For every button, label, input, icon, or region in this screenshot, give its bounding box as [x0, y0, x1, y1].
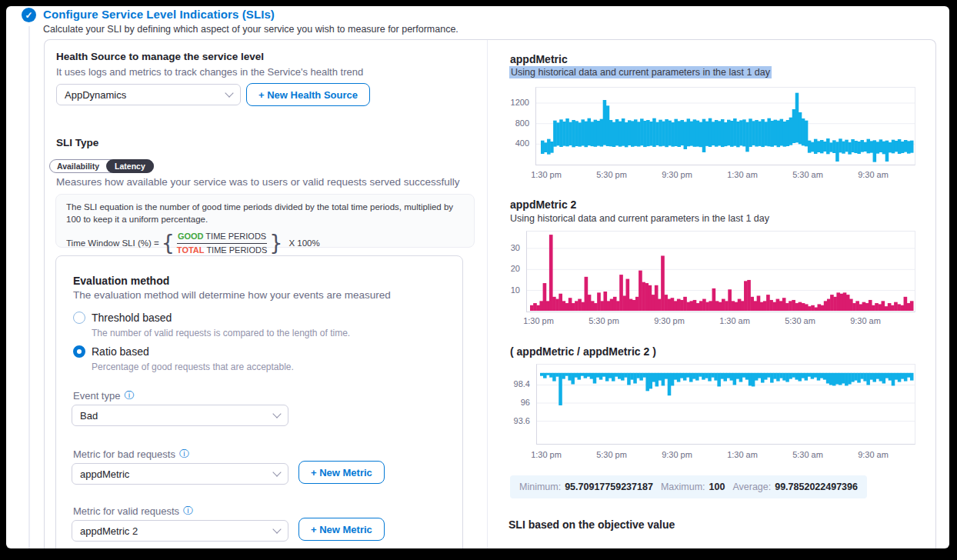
- radio-threshold-based[interactable]: [73, 312, 85, 324]
- x-axis-label: 5:30 pm: [581, 450, 642, 459]
- page-subtitle: Calculate your SLI by defining which asp…: [43, 24, 458, 35]
- brace-left: {: [162, 232, 175, 254]
- sli-type-label: SLI Type: [56, 137, 98, 148]
- stats-bar: Minimum: 95.70917759237187 Maximum: 100 …: [510, 475, 867, 498]
- chart-title-appdmetric: appdMetric: [510, 53, 568, 65]
- chevron-down-icon: [272, 525, 281, 533]
- chart-plot-appdMetric: [535, 87, 915, 165]
- metric-valid-label: Metric for valid requests ⓘ: [73, 505, 193, 517]
- metric-valid-label-text: Metric for valid requests: [73, 505, 179, 517]
- evaluation-method-box: Evaluation method The evaluation method …: [55, 255, 463, 548]
- x-axis-label: 1:30 pm: [515, 170, 577, 179]
- event-type-label: Event type ⓘ: [73, 390, 134, 402]
- metric-bad-select[interactable]: appdMetric: [72, 463, 288, 485]
- sli-type-description: Measures how available your service was …: [56, 176, 459, 188]
- denominator-rest: TIME PERIODS: [206, 245, 267, 255]
- sli-equation-text: The SLI equation is the number of good t…: [66, 201, 464, 225]
- event-type-label-text: Event type: [73, 390, 120, 402]
- formula-prefix: Time Window SLI (%) =: [66, 237, 159, 249]
- chevron-down-icon: [225, 88, 233, 97]
- info-icon[interactable]: ⓘ: [179, 449, 189, 459]
- y-axis-label: 20: [486, 264, 520, 273]
- radio-ratio-label[interactable]: Ratio based: [92, 345, 149, 358]
- x-axis-label: 9:30 pm: [646, 170, 708, 179]
- health-source-label: Health Source to manage the service leve…: [56, 51, 264, 62]
- metric-bad-label: Metric for bad requests ⓘ: [73, 448, 188, 460]
- y-axis-label: 98.4: [496, 379, 530, 388]
- radio-threshold-label[interactable]: Threshold based: [92, 312, 172, 324]
- average-value: 99.7852022497396: [775, 482, 858, 492]
- chevron-down-icon: [272, 468, 281, 476]
- event-type-select[interactable]: Bad: [72, 405, 288, 426]
- x-axis-label: 1:30 pm: [515, 450, 577, 459]
- objective-heading: SLI based on the objective value: [509, 518, 675, 531]
- numerator-rest: TIME PERIODS: [205, 232, 266, 241]
- metric-valid-select-value: appdMetric 2: [80, 525, 138, 537]
- sli-type-option-latency[interactable]: Latency: [106, 159, 154, 173]
- sli-equation-formula: Time Window SLI (%) = { GOOD TIME PERIOD…: [66, 230, 464, 256]
- page: ✓ Configure Service Level Indicatiors (S…: [6, 6, 949, 548]
- step-check-icon: ✓: [22, 8, 36, 22]
- screenshot-frame: ✓ Configure Service Level Indicatiors (S…: [0, 0, 957, 560]
- event-type-select-value: Bad: [80, 410, 98, 422]
- y-axis-label: 1200: [495, 98, 529, 107]
- maximum-value: 100: [709, 482, 725, 492]
- radio-ratio-based[interactable]: [73, 345, 85, 358]
- info-icon[interactable]: ⓘ: [183, 506, 193, 516]
- sli-equation-box: The SLI equation is the number of good t…: [55, 194, 475, 248]
- health-source-select[interactable]: AppDynamics: [56, 84, 241, 105]
- x-axis-label: 5:30 pm: [573, 316, 635, 325]
- y-axis-label: 10: [486, 285, 520, 295]
- evaluation-method-description: The evaluation method will determine how…: [73, 289, 391, 301]
- sli-type-option-availability[interactable]: Availability: [50, 162, 106, 171]
- health-source-select-value: AppDynamics: [65, 89, 126, 101]
- y-axis-label: 96: [496, 398, 530, 407]
- x-axis-label: 9:30 am: [835, 316, 896, 325]
- new-metric-button-valid[interactable]: + New Metric: [298, 518, 385, 541]
- minimum-value: 95.70917759237187: [565, 482, 653, 492]
- x-axis-label: 5:30 am: [777, 170, 839, 179]
- chart-subtitle-appdmetric: Using historical data and current parame…: [509, 67, 772, 78]
- metric-bad-select-value: appdMetric: [80, 468, 129, 480]
- average-label: Average:: [732, 482, 771, 492]
- x-axis-label: 5:30 am: [769, 316, 831, 325]
- chart-title-ratio: ( appdMetric / appdMetric 2 ): [510, 345, 656, 358]
- y-axis-label: 93.6: [496, 416, 530, 425]
- evaluation-method-label: Evaluation method: [73, 275, 169, 287]
- x-axis-label: 5:30 pm: [581, 170, 642, 179]
- chart-title-appdmetric2: appdMetric 2: [510, 198, 576, 211]
- x-axis-label: 1:30 am: [712, 170, 773, 179]
- brace-right: }: [269, 232, 282, 254]
- radio-ratio-description: Percentage of good requests that are acc…: [92, 362, 294, 372]
- chart-subtitle-appdmetric2: Using historical data and current parame…: [510, 213, 769, 224]
- chart-plot-ratio: [536, 364, 915, 445]
- new-health-source-button[interactable]: + New Health Source: [246, 83, 370, 106]
- stepper-line: [28, 26, 30, 548]
- health-source-description: It uses logs and metrics to track change…: [56, 66, 363, 78]
- new-metric-button-bad[interactable]: + New Metric: [298, 461, 385, 484]
- x-axis-label: 5:30 am: [777, 450, 839, 459]
- x-axis-label: 1:30 am: [712, 450, 773, 459]
- x-axis-label: 9:30 pm: [646, 450, 708, 459]
- info-icon[interactable]: ⓘ: [124, 391, 134, 401]
- y-axis-label: 400: [495, 138, 529, 148]
- numerator-good: GOOD: [178, 232, 204, 241]
- metric-valid-select[interactable]: appdMetric 2: [72, 520, 288, 542]
- highlighted-text: Using historical data and current parame…: [509, 66, 772, 78]
- minimum-label: Minimum:: [519, 482, 561, 492]
- x-axis-label: 1:30 am: [704, 316, 765, 325]
- formula-suffix: X 100%: [288, 237, 319, 249]
- x-axis-label: 9:30 am: [842, 450, 904, 459]
- denominator-total: TOTAL: [177, 245, 205, 255]
- metric-bad-label-text: Metric for bad requests: [73, 448, 175, 460]
- y-axis-label: 800: [495, 118, 529, 128]
- y-axis-label: 30: [486, 243, 520, 252]
- x-axis-label: 9:30 am: [842, 170, 904, 179]
- formula-fraction: GOOD TIME PERIODS TOTAL TIME PERIODS: [177, 230, 267, 256]
- maximum-label: Maximum:: [661, 482, 705, 492]
- chart-plot-appdMetric-2: [526, 231, 915, 312]
- page-title: Configure Service Level Indicatiors (SLI…: [43, 8, 275, 21]
- chevron-down-icon: [272, 409, 281, 418]
- radio-threshold-description: The number of valid requests is compared…: [92, 328, 350, 338]
- sli-type-segmented-control: Availability Latency: [49, 159, 154, 173]
